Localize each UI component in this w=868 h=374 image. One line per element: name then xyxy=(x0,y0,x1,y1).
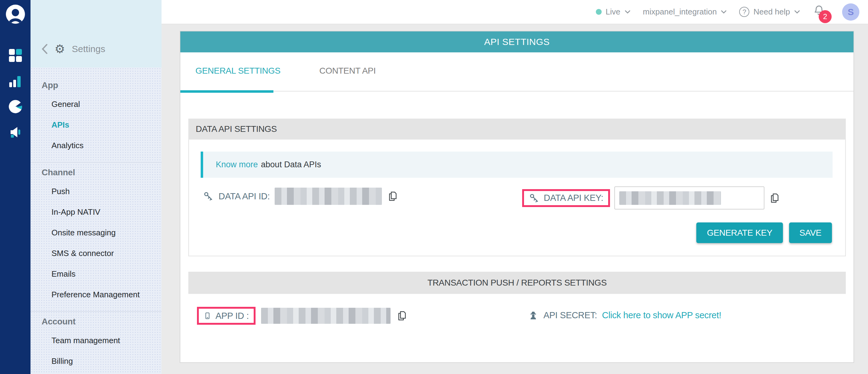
environment-dropdown[interactable]: Live xyxy=(596,7,631,16)
sidebar-item-sms-connector[interactable]: SMS & connector xyxy=(31,243,161,264)
api-secret-label: API SECRET: xyxy=(544,310,597,320)
avatar[interactable]: S xyxy=(842,3,859,21)
main-column: Live mixpanel_integration ? Need help 2 … xyxy=(161,0,868,374)
moengage-logo-icon[interactable] xyxy=(5,4,26,24)
copy-icon xyxy=(387,191,399,202)
sidebar-item-billing[interactable]: Billing xyxy=(31,351,161,372)
sidebar-section-app: App xyxy=(41,80,161,90)
pie-chart-icon[interactable] xyxy=(8,100,23,114)
help-dropdown[interactable]: ? Need help xyxy=(739,7,800,17)
gear-icon: ⚙ xyxy=(55,43,65,55)
data-api-settings-header: DATA API SETTINGS xyxy=(188,118,846,140)
data-api-key-input[interactable] xyxy=(614,186,765,209)
app-root: ⚙ Settings App General APIs Analytics Ch… xyxy=(0,0,868,374)
know-more-link[interactable]: Know more xyxy=(216,160,258,169)
dashboard-grid-icon[interactable] xyxy=(8,48,23,63)
sidebar-item-team-management[interactable]: Team management xyxy=(31,330,161,351)
sidebar-item-analytics[interactable]: Analytics xyxy=(31,135,161,156)
data-api-id-label: DATA API ID: xyxy=(219,191,270,202)
megaphone-icon[interactable] xyxy=(8,125,23,140)
data-api-key-value-redacted xyxy=(619,191,721,205)
sidebar-section-channel: Channel xyxy=(41,168,161,177)
app-id-value-redacted xyxy=(261,308,391,324)
icon-rail xyxy=(0,0,31,374)
app-id-label: APP ID : xyxy=(215,311,249,321)
question-circle-icon: ? xyxy=(739,7,749,17)
data-api-settings-section: Know more about Data APIs DATA API ID: xyxy=(188,140,846,256)
sidebar-item-inapp-nativ[interactable]: In-App NATIV xyxy=(31,202,161,223)
key-actions: GENERATE KEY SAVE xyxy=(696,223,832,243)
data-api-id-row: DATA API ID: xyxy=(203,188,399,205)
sidebar-title: Settings xyxy=(72,44,105,54)
tab-general-settings[interactable]: GENERAL SETTINGS xyxy=(195,66,280,76)
data-api-key-highlight: DATA API KEY: xyxy=(522,189,610,207)
sidebar-item-preference-management[interactable]: Preference Management xyxy=(31,284,161,305)
settings-sidebar: ⚙ Settings App General APIs Analytics Ch… xyxy=(31,0,161,374)
sidebar-item-emails[interactable]: Emails xyxy=(31,264,161,284)
phone-icon xyxy=(204,310,211,321)
chevron-down-icon xyxy=(624,10,631,14)
live-label: Live xyxy=(606,7,620,16)
api-secret-row: API SECRET: Click here to show APP secre… xyxy=(528,310,721,320)
app-id-highlight: APP ID : xyxy=(197,307,255,325)
page-title: API SETTINGS xyxy=(180,31,854,53)
project-name: mixpanel_integration xyxy=(643,7,717,16)
notifications-button[interactable]: 2 xyxy=(812,4,826,20)
copy-data-api-key-button[interactable] xyxy=(769,192,780,204)
data-api-key-row: DATA API KEY: xyxy=(522,186,780,209)
sidebar-item-general[interactable]: General xyxy=(31,94,161,114)
transaction-settings-section: APP ID : xyxy=(188,294,846,364)
api-settings-card: API SETTINGS GENERAL SETTINGS CONTENT AP… xyxy=(180,31,854,363)
live-status-dot xyxy=(596,9,602,15)
generate-key-button[interactable]: GENERATE KEY xyxy=(696,223,783,243)
bar-chart-icon[interactable] xyxy=(9,75,22,88)
info-text: about Data APIs xyxy=(261,160,321,169)
copy-data-api-id-button[interactable] xyxy=(387,191,399,202)
key-icon xyxy=(529,193,539,203)
data-api-key-label: DATA API KEY: xyxy=(544,193,603,203)
sidebar-header: ⚙ Settings xyxy=(31,0,161,67)
chevron-down-icon xyxy=(721,10,727,14)
save-button[interactable]: SAVE xyxy=(789,223,832,243)
user-secret-icon xyxy=(528,310,538,320)
help-label: Need help xyxy=(753,7,790,16)
show-app-secret-link[interactable]: Click here to show APP secret! xyxy=(602,310,721,320)
copy-icon xyxy=(396,310,408,321)
tab-content-api[interactable]: CONTENT API xyxy=(319,66,376,76)
project-dropdown[interactable]: mixpanel_integration xyxy=(643,7,727,16)
sidebar-item-onsite-messaging[interactable]: Onsite messaging xyxy=(31,223,161,243)
sidebar-divider xyxy=(31,162,161,163)
sidebar-nav: App General APIs Analytics Channel Push … xyxy=(31,67,161,374)
info-banner: Know more about Data APIs xyxy=(201,151,833,178)
workspace: API SETTINGS GENERAL SETTINGS CONTENT AP… xyxy=(161,24,868,374)
app-id-row: APP ID : xyxy=(197,307,408,325)
copy-app-id-button[interactable] xyxy=(396,310,408,321)
transaction-settings-header: TRANSACTION PUSH / REPORTS SETTINGS xyxy=(188,272,846,294)
data-api-id-value-redacted xyxy=(275,188,382,205)
tab-bar: GENERAL SETTINGS CONTENT API xyxy=(180,53,854,92)
back-chevron-icon[interactable] xyxy=(41,44,48,54)
sidebar-item-push[interactable]: Push xyxy=(31,181,161,202)
active-tab-underline xyxy=(180,90,273,93)
key-icon xyxy=(203,191,214,202)
topbar: Live mixpanel_integration ? Need help 2 … xyxy=(161,0,868,24)
sidebar-item-apis[interactable]: APIs xyxy=(31,114,161,135)
chevron-down-icon xyxy=(794,10,800,14)
sidebar-section-account: Account xyxy=(41,317,161,327)
notification-count-badge: 2 xyxy=(819,10,832,23)
copy-icon xyxy=(769,192,780,204)
sidebar-divider xyxy=(31,311,161,312)
